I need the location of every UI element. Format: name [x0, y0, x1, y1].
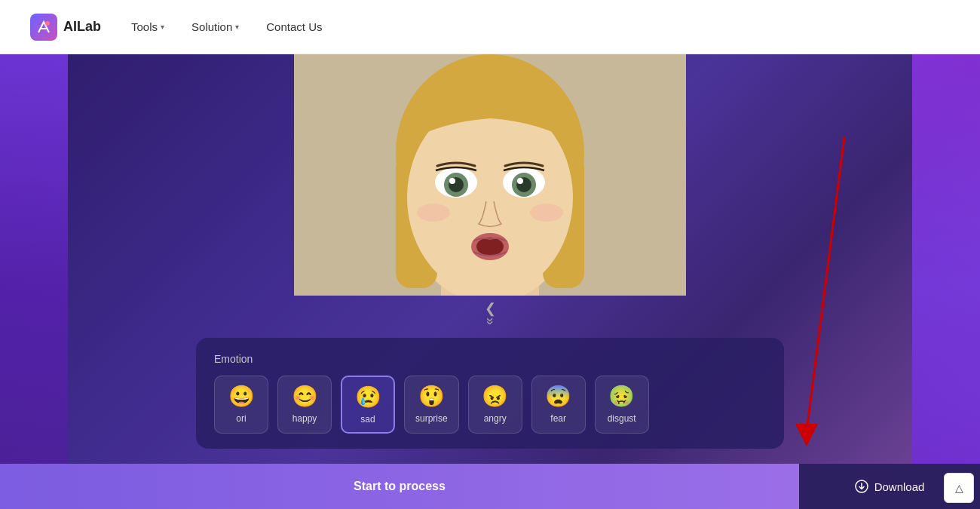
emotion-emoji-surprise: 😲 — [418, 384, 445, 409]
solution-chevron: ▾ — [235, 23, 239, 31]
emotion-emoji-happy: 😊 — [292, 384, 318, 409]
emotion-label-ori: ori — [236, 413, 246, 424]
emotion-label-disgust: disgust — [608, 413, 636, 424]
red-arrow-annotation — [761, 130, 912, 454]
nav-tools[interactable]: Tools ▾ — [131, 20, 164, 33]
emotion-btn-ori[interactable]: 😀 ori — [214, 376, 268, 434]
emotion-emoji-disgust: 🤢 — [608, 384, 635, 409]
emotion-btn-disgust[interactable]: 🤢 disgust — [595, 376, 649, 434]
emotion-btn-angry[interactable]: 😠 angry — [468, 376, 522, 434]
svg-marker-22 — [795, 424, 818, 446]
main-area: ❮ « Emotion 😀 ori 😊 happy 😢 sad 😲 surpri… — [0, 54, 980, 509]
emotion-btn-fear[interactable]: 😨 fear — [531, 376, 586, 434]
start-process-button[interactable]: Start to process — [0, 464, 799, 509]
side-decoration-right — [912, 54, 980, 509]
emotion-label-fear: fear — [550, 413, 566, 424]
emotion-panel: Emotion 😀 ori 😊 happy 😢 sad 😲 surprise 😠… — [196, 338, 784, 449]
solution-label: Solution — [191, 20, 232, 33]
anime-image-container — [294, 54, 686, 296]
collapse-button[interactable]: ❮ « — [485, 302, 496, 329]
chevron-up-icon-2: « — [482, 317, 498, 325]
scroll-top-icon: △ — [955, 482, 963, 494]
contact-label: Contact Us — [266, 20, 322, 33]
emotion-buttons: 😀 ori 😊 happy 😢 sad 😲 surprise 😠 angry 😨… — [214, 376, 766, 434]
svg-point-15 — [517, 178, 523, 184]
svg-point-17 — [476, 238, 504, 256]
logo[interactable]: AILab — [30, 14, 101, 41]
emotion-btn-sad[interactable]: 😢 sad — [341, 376, 395, 434]
navbar-links: Tools ▾ Solution ▾ Contact Us — [131, 20, 322, 33]
emotion-section-label: Emotion — [214, 353, 766, 365]
nav-solution[interactable]: Solution ▾ — [191, 20, 239, 33]
download-label: Download — [874, 480, 925, 493]
logo-icon — [30, 14, 57, 41]
side-decoration-left — [0, 54, 68, 509]
emotion-emoji-sad: 😢 — [355, 385, 381, 409]
emotion-label-angry: angry — [484, 413, 507, 424]
nav-contact[interactable]: Contact Us — [266, 20, 322, 33]
download-icon — [855, 480, 868, 493]
emotion-emoji-fear: 😨 — [545, 384, 571, 409]
emotion-label-sad: sad — [360, 414, 375, 425]
emotion-btn-happy[interactable]: 😊 happy — [277, 376, 332, 434]
emotion-label-happy: happy — [292, 413, 317, 424]
logo-text: AILab — [63, 19, 101, 35]
chevron-up-icon: ❮ — [485, 302, 496, 317]
navbar: AILab Tools ▾ Solution ▾ Contact Us — [0, 0, 980, 54]
tools-label: Tools — [131, 20, 158, 33]
emotion-btn-surprise[interactable]: 😲 surprise — [404, 376, 459, 434]
svg-line-21 — [807, 137, 844, 431]
svg-point-0 — [45, 21, 50, 26]
emotion-emoji-angry: 😠 — [482, 384, 508, 409]
emotion-emoji-ori: 😀 — [228, 384, 255, 409]
svg-point-19 — [530, 204, 563, 222]
bottom-bar: Start to process Download — [0, 464, 980, 509]
scroll-top-button[interactable]: △ — [944, 473, 974, 503]
tools-chevron: ▾ — [161, 23, 164, 31]
svg-point-18 — [417, 204, 450, 222]
svg-point-11 — [449, 178, 455, 184]
emotion-label-surprise: surprise — [415, 413, 448, 424]
